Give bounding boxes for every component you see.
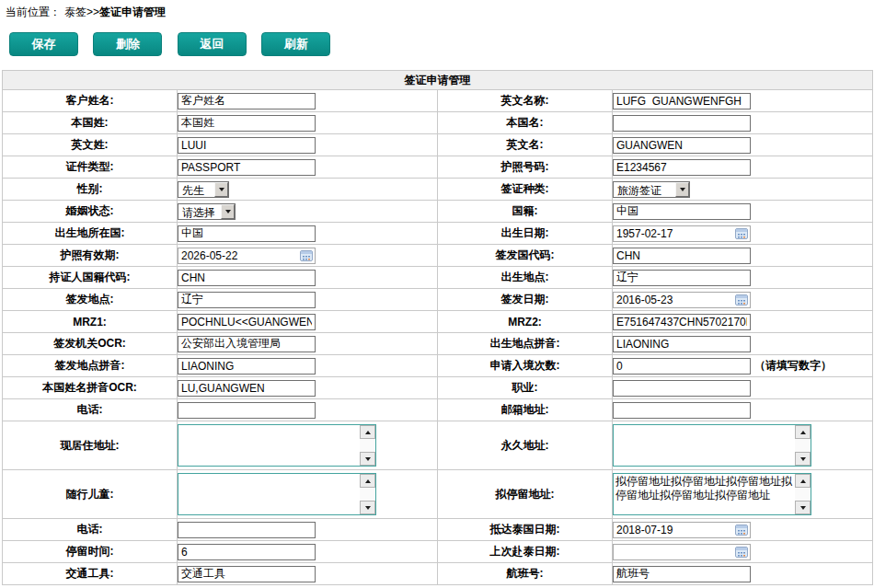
issue-place-pinyin-input[interactable] [178,358,316,375]
last-visit-date-input[interactable] [614,546,735,559]
issue-date-label: 签发日期: [501,293,549,306]
visa-type-select-value: 旅游签证 [614,182,675,197]
issuing-authority-ocr-input[interactable] [178,336,316,352]
phone2-input[interactable] [178,522,316,538]
calendar-icon[interactable] [735,294,748,306]
phone2-label: 电话: [77,523,103,536]
email-input[interactable] [613,402,751,419]
refresh-button[interactable]: 刷新 [261,32,330,56]
visa-type-select[interactable]: 旅游签证 [613,181,690,198]
current-address-label: 现居住地址: [61,439,120,452]
email-label: 邮箱地址: [501,403,549,416]
native-name-pinyin-ocr-input[interactable] [178,380,316,397]
scroll-down-icon[interactable] [360,501,375,514]
calendar-icon[interactable] [735,525,748,536]
chevron-down-icon [214,182,228,197]
scroll-down-icon[interactable] [795,452,811,466]
calendar-icon[interactable] [735,228,748,239]
marital-status-label: 婚姻状态: [66,204,114,217]
back-button[interactable]: 返回 [178,32,247,56]
native-surname-input[interactable] [178,115,316,132]
permanent-address-textarea[interactable] [614,425,795,466]
gender-select[interactable]: 先生 [178,181,229,198]
occupation-input[interactable] [613,380,751,397]
birth-place-input[interactable] [613,270,751,286]
phone-input[interactable] [178,402,316,419]
scroll-up-icon[interactable] [360,425,375,439]
passport-expiry-picker[interactable] [178,248,316,264]
customer-name-input[interactable] [178,93,316,110]
issuing-country-code-input[interactable] [613,248,751,264]
nationality-input[interactable] [613,203,751,220]
scrollbar[interactable] [360,474,375,514]
mrz2-input[interactable] [613,314,751,330]
scroll-down-icon[interactable] [360,452,375,466]
arrival-date-picker[interactable] [613,522,751,538]
issue-date-input[interactable] [614,294,735,306]
stay-duration-input[interactable] [178,544,316,560]
panel-title: 签证申请管理 [3,71,873,90]
native-name-pinyin-ocr-label: 本国姓名拼音OCR: [42,381,137,394]
marital-status-select[interactable]: 请选择 [178,203,236,220]
intended-stay-address-label: 拟停留地址: [496,488,555,501]
issue-place-input[interactable] [178,292,316,308]
scroll-down-icon[interactable] [795,501,811,514]
last-visit-date-picker[interactable] [613,544,751,560]
mrz2-label: MRZ2: [508,316,542,329]
holder-nationality-code-input[interactable] [178,270,316,286]
scroll-up-icon[interactable] [360,474,375,488]
entry-count-input[interactable] [613,358,751,375]
english-surname-label: 英文姓: [72,138,109,151]
calendar-icon[interactable] [300,250,313,261]
breadcrumb-section[interactable]: 泰签 [64,6,86,18]
customer-name-label: 客户姓名: [66,94,114,107]
mrz1-input[interactable] [178,314,316,330]
scrollbar[interactable] [795,474,811,514]
birth-place-pinyin-label: 出生地点拼音: [490,337,560,350]
transport-label: 交通工具: [66,567,114,580]
nationality-label: 国籍: [512,204,538,217]
scroll-up-icon[interactable] [795,474,811,488]
scrollbar[interactable] [795,425,811,466]
native-surname-label: 本国姓: [72,116,109,129]
arrival-date-input[interactable] [614,524,735,536]
delete-button[interactable]: 删除 [93,32,162,56]
chevron-down-icon [675,182,689,197]
gender-select-value: 先生 [178,182,214,197]
passport-expiry-input[interactable] [178,249,300,262]
birth-place-label: 出生地点: [501,271,549,283]
permanent-address-box[interactable] [613,424,811,467]
english-name-input[interactable] [613,93,751,110]
native-given-name-label: 本国名: [507,116,544,129]
calendar-icon[interactable] [735,547,748,558]
toolbar: 保存 删除 返回 刷新 [9,32,874,56]
intended-stay-address-box[interactable]: 拟停留地址拟停留地址拟停留地址拟停留地址拟停留地址拟停留地址 [613,473,811,515]
document-type-input[interactable] [178,159,316,176]
breadcrumb-separator: >> [86,6,99,18]
passport-number-input[interactable] [613,159,751,176]
birth-date-picker[interactable] [613,225,751,242]
issue-date-picker[interactable] [613,292,751,308]
english-given-name-input[interactable] [613,137,751,154]
issuing-country-code-label: 签发国代码: [496,248,555,261]
accompanying-children-box[interactable] [178,473,376,515]
save-button[interactable]: 保存 [9,32,78,56]
scrollbar[interactable] [360,425,375,466]
birth-place-pinyin-input[interactable] [613,336,751,352]
current-address-textarea[interactable] [178,425,360,466]
flight-number-input[interactable] [613,566,751,582]
intended-stay-address-textarea[interactable]: 拟停留地址拟停留地址拟停留地址拟停留地址拟停留地址拟停留地址 [614,474,795,514]
english-surname-input[interactable] [178,137,316,154]
arrival-date-label: 抵达泰国日期: [490,523,560,536]
scroll-up-icon[interactable] [795,425,811,439]
accompanying-children-textarea[interactable] [178,474,360,514]
visa-type-label: 签证种类: [501,182,549,195]
native-given-name-input[interactable] [613,115,751,132]
passport-expiry-label: 护照有效期: [61,248,120,261]
transport-input[interactable] [178,566,316,582]
current-address-box[interactable] [178,424,376,467]
flight-number-label: 航班号: [507,567,544,580]
mrz1-label: MRZ1: [73,316,107,329]
birth-country-input[interactable] [178,225,316,242]
birth-date-input[interactable] [614,227,735,240]
